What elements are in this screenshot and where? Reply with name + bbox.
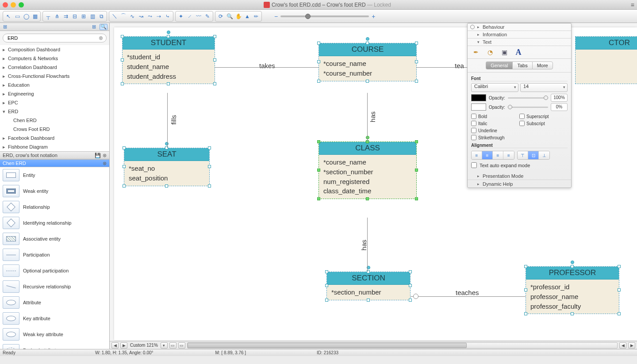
hscroll-left-icon[interactable]: ◀ bbox=[619, 342, 626, 349]
tab-tabs[interactable]: Tabs bbox=[512, 61, 532, 69]
shape-associative-entity[interactable]: Associative entity bbox=[0, 231, 109, 247]
bezier-icon[interactable]: ✦ bbox=[177, 12, 185, 20]
section-header-crowsfoot[interactable]: ERD, crow's foot notation 💾⊗ bbox=[0, 151, 109, 159]
properties-panel[interactable]: ▸Behaviour ▸Information ▾Text ✒ ◔ ▣ A Ge… bbox=[467, 23, 572, 188]
minimize-icon[interactable] bbox=[11, 2, 16, 8]
font-icon[interactable]: A bbox=[514, 48, 523, 57]
shape-weak-entity[interactable]: Weak entity bbox=[0, 183, 109, 199]
shape-relationship[interactable]: Relationship bbox=[0, 199, 109, 215]
tree-row[interactable]: ▸Computers & Networks bbox=[0, 54, 109, 63]
valign-bottom-icon[interactable]: ⊥ bbox=[539, 151, 549, 159]
rotate-handle-icon[interactable] bbox=[571, 261, 574, 264]
shape-weak-key-attribute[interactable]: Weak key attribute bbox=[0, 326, 109, 342]
superscript-checkbox[interactable]: Superscript bbox=[519, 114, 568, 119]
refresh-icon[interactable]: ⟳ bbox=[217, 12, 225, 20]
align-center-icon[interactable]: ≡ bbox=[482, 151, 493, 159]
page-prev-icon[interactable]: ◀ bbox=[111, 342, 119, 349]
font-select[interactable]: Calibri▾ bbox=[471, 83, 518, 92]
chain-tool-icon[interactable]: ⋔ bbox=[53, 12, 61, 20]
shape-optional-participation[interactable]: Optional participation bbox=[0, 263, 109, 279]
hand-tool-icon[interactable]: ✋ bbox=[234, 12, 242, 20]
shape-entity[interactable]: Entity bbox=[0, 167, 109, 183]
tree-row[interactable]: ▸Facebook Dashboard bbox=[0, 134, 109, 142]
tree-tab-icon[interactable]: ⊞ bbox=[2, 24, 8, 30]
page-next-icon[interactable]: ▶ bbox=[120, 342, 127, 349]
entity-seat[interactable]: SEAT *seat_noseat_position bbox=[124, 148, 210, 186]
zoom-out-icon[interactable]: − bbox=[274, 13, 278, 20]
panel-dynamic-help[interactable]: ▸Dynamic Help bbox=[468, 180, 571, 188]
bold-checkbox[interactable]: Bold bbox=[471, 114, 519, 119]
shape-attribute[interactable]: Attribute bbox=[0, 295, 109, 310]
close-section-icon[interactable]: ⊗ bbox=[103, 161, 107, 166]
panel-behaviour[interactable]: ▸Behaviour bbox=[468, 23, 571, 31]
hscroll-right-icon[interactable]: ▶ bbox=[628, 342, 635, 349]
section-header-chen[interactable]: Chen ERD ⊗ bbox=[0, 159, 109, 167]
grid-tab-icon[interactable]: ⊞ bbox=[90, 24, 98, 30]
pen-icon[interactable]: ✒ bbox=[471, 48, 481, 57]
hscrollbar[interactable] bbox=[187, 342, 618, 349]
text-color-swatch[interactable] bbox=[471, 94, 486, 101]
entity-section[interactable]: SECTION *section_number bbox=[326, 272, 411, 300]
tree-row[interactable]: ▸Composition Dashboard bbox=[0, 45, 109, 54]
save-icon[interactable]: 💾 bbox=[95, 153, 101, 158]
panel-presentation[interactable]: ▸Presentation Mode bbox=[468, 172, 571, 180]
tab-more[interactable]: More bbox=[532, 61, 553, 69]
zoom-slider[interactable] bbox=[280, 15, 369, 17]
panel-text[interactable]: ▾Text bbox=[468, 38, 571, 46]
entity-student[interactable]: STUDENT *student_idstudent_namestudent_a… bbox=[122, 36, 215, 84]
align-right-icon[interactable]: ≡ bbox=[493, 151, 503, 159]
dup-tool-icon[interactable]: ⧉ bbox=[97, 12, 105, 20]
opacity-value[interactable]: 0% bbox=[551, 103, 568, 111]
align-justify-icon[interactable]: ≡ bbox=[503, 151, 514, 159]
valign-middle-icon[interactable]: ⊡ bbox=[528, 151, 539, 159]
rotate-handle-icon[interactable] bbox=[366, 37, 369, 41]
arc-tool-icon[interactable]: ⌒ bbox=[119, 12, 127, 20]
zoom-tool-icon[interactable]: 🔍 bbox=[226, 12, 234, 20]
tree-row[interactable]: Chen ERD bbox=[0, 116, 109, 125]
maximize-icon[interactable] bbox=[19, 2, 24, 8]
spline-tool-icon[interactable]: ∿ bbox=[128, 12, 136, 20]
zoom-thumb[interactable] bbox=[305, 14, 311, 19]
search-input[interactable] bbox=[3, 34, 107, 42]
shape-key-attribute[interactable]: Key attribute bbox=[0, 310, 109, 326]
zoom-in-icon[interactable]: + bbox=[372, 13, 375, 20]
side-tool-icon[interactable]: ⊟ bbox=[71, 12, 79, 20]
close-icon[interactable] bbox=[3, 2, 8, 8]
tree-tool-icon[interactable]: ┬ bbox=[44, 12, 52, 20]
rotate-handle-icon[interactable] bbox=[366, 136, 369, 139]
zoom-label[interactable]: Custom 121% bbox=[129, 343, 159, 348]
pointer-icon[interactable]: ↖ bbox=[4, 12, 12, 20]
tree-row[interactable]: Crows Foot ERD bbox=[0, 125, 109, 134]
auto-expand-checkbox[interactable]: Text auto expand mode bbox=[471, 162, 568, 168]
eyedropper-icon[interactable]: ✏ bbox=[252, 12, 260, 20]
tree-row[interactable]: ▸Engineering bbox=[0, 89, 109, 98]
rotate-handle-icon[interactable] bbox=[165, 142, 169, 146]
zoom-caret-icon[interactable]: ▾ bbox=[161, 342, 168, 349]
opacity-slider[interactable] bbox=[508, 107, 548, 108]
smart-conn-icon[interactable]: ⤳ bbox=[146, 12, 154, 20]
fill-icon[interactable]: ◔ bbox=[485, 48, 495, 57]
rectangle-icon[interactable]: ▭ bbox=[13, 12, 21, 20]
opacity-value[interactable]: 100% bbox=[551, 94, 568, 102]
subscript-checkbox[interactable]: Subscript bbox=[519, 121, 568, 126]
elbow-conn-icon[interactable]: ⤷ bbox=[164, 12, 172, 20]
brush-icon[interactable]: ✎ bbox=[203, 12, 211, 20]
shape-participation[interactable]: Participation bbox=[0, 247, 109, 263]
strikethrough-checkbox[interactable]: Strikethrough bbox=[471, 135, 519, 140]
polyline-icon[interactable]: ⟋ bbox=[186, 12, 194, 20]
table-icon[interactable]: ▦ bbox=[31, 12, 39, 20]
grid-tool-icon[interactable]: ▥ bbox=[88, 12, 96, 20]
library-tree[interactable]: ▸Composition Dashboard ▸Computers & Netw… bbox=[0, 45, 109, 151]
hscroll-thumb[interactable] bbox=[188, 343, 467, 348]
search-tab-icon[interactable]: 🔍 bbox=[100, 24, 107, 30]
tree-row[interactable]: ▸Education bbox=[0, 80, 109, 89]
align-left-icon[interactable]: ≡ bbox=[472, 151, 482, 159]
tab-general[interactable]: General bbox=[486, 61, 512, 69]
tree-row[interactable]: ▸EPC bbox=[0, 98, 109, 107]
line-tool-icon[interactable]: ＼ bbox=[111, 12, 119, 20]
shadow-icon[interactable]: ▣ bbox=[499, 48, 509, 57]
panel-information[interactable]: ▸Information bbox=[468, 31, 571, 38]
shape-recursive-relationship[interactable]: Recursive relationship bbox=[0, 279, 109, 295]
freeform-icon[interactable]: 〰 bbox=[195, 12, 203, 20]
ellipse-icon[interactable]: ◯ bbox=[22, 12, 30, 20]
